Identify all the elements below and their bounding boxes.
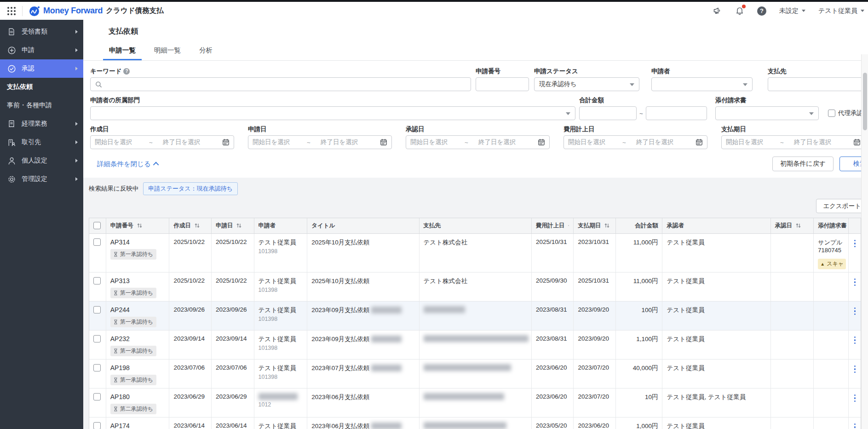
warning-icon: ▲: [820, 261, 825, 267]
row-checkbox[interactable]: [93, 306, 101, 313]
date-range-input[interactable]: 開始日を選択~終了日を選択: [90, 135, 234, 149]
sidebar-item-2[interactable]: 承認: [0, 59, 83, 78]
chevron-down-icon: [630, 83, 634, 86]
amount-range-separator: ~: [639, 106, 643, 120]
proxy-approval-checkbox[interactable]: [828, 110, 835, 117]
user-menu-value: テスト従業員: [818, 7, 857, 15]
request-number-label: 申請番号: [476, 68, 529, 75]
payee-select[interactable]: [768, 77, 868, 91]
row-checkbox[interactable]: [93, 335, 101, 342]
row-actions-kebab-icon[interactable]: [853, 393, 857, 402]
invoice-select[interactable]: [715, 106, 819, 120]
column-header-applied[interactable]: 申請日: [211, 218, 254, 233]
column-label: 申請番号: [110, 222, 133, 230]
scrollbar-thumb[interactable]: [863, 73, 867, 130]
department-select[interactable]: [90, 106, 575, 120]
date-range-input[interactable]: 開始日を選択~終了日を選択: [406, 135, 550, 149]
payee-cell: [419, 301, 531, 330]
select-all-checkbox[interactable]: [93, 222, 101, 229]
sidebar-item-1[interactable]: 申請: [0, 41, 83, 59]
sidebar-item-label: 承認: [22, 64, 34, 73]
reset-conditions-button[interactable]: 初期条件に戻す: [772, 157, 834, 171]
announcement-icon[interactable]: [713, 6, 722, 16]
calendar-icon[interactable]: [222, 139, 230, 146]
request-id[interactable]: AP313: [110, 277, 165, 284]
column-header-applicant: 申請者: [254, 218, 307, 233]
sidebar-item-7[interactable]: 個人設定: [0, 151, 83, 170]
calendar-icon[interactable]: [380, 139, 387, 146]
request-id[interactable]: AP232: [110, 335, 165, 342]
applicant-code: 1012: [259, 401, 303, 408]
column-header-approved_date[interactable]: 承認日: [770, 218, 814, 233]
app-grid-icon[interactable]: [7, 7, 16, 15]
row-actions-kebab-icon[interactable]: [853, 335, 857, 344]
office-select[interactable]: 未設定: [779, 7, 805, 15]
gear-icon: [7, 174, 16, 184]
expense-date: 2023/06/20: [531, 359, 574, 388]
row-checkbox[interactable]: [93, 393, 101, 400]
date-range-input[interactable]: 開始日を選択~終了日を選択: [563, 135, 707, 149]
request-id[interactable]: AP174: [110, 422, 165, 429]
hourglass-icon: [114, 319, 118, 325]
close-detail-conditions-link[interactable]: 詳細条件を閉じる: [97, 160, 159, 168]
request-id[interactable]: AP198: [110, 364, 165, 371]
product-name: クラウド債務支払: [106, 6, 163, 16]
row-checkbox[interactable]: [93, 422, 101, 429]
date-range-input[interactable]: 開始日を選択~終了日を選択: [248, 135, 392, 149]
sidebar-item-0[interactable]: 受領書類: [0, 23, 83, 41]
calendar-icon[interactable]: [538, 139, 545, 146]
date-range-input[interactable]: 開始日を選択~終了日を選択: [721, 135, 865, 149]
approved-date: [770, 417, 814, 429]
sidebar-item-3[interactable]: 支払依頼: [0, 78, 83, 96]
table-row-AP174: AP174第一承認待ち2023/06/142023/06/14テスト従業員101…: [89, 417, 861, 429]
calendar-icon[interactable]: [853, 139, 861, 146]
request-id[interactable]: AP180: [110, 393, 165, 400]
request-id[interactable]: AP244: [110, 306, 165, 313]
user-menu[interactable]: テスト従業員: [818, 7, 864, 15]
sidebar-item-4[interactable]: 事前・各種申請: [0, 96, 83, 115]
request-number-input[interactable]: [476, 77, 529, 91]
help-icon[interactable]: ?: [757, 6, 766, 16]
status-select[interactable]: 現在承認待ち: [534, 77, 639, 91]
row-actions-kebab-icon[interactable]: [853, 422, 857, 429]
row-actions-kebab-icon[interactable]: [853, 277, 857, 286]
notifications-bell-icon[interactable]: [735, 6, 744, 16]
brand-logo[interactable]: Money Forward クラウド債務支払: [29, 6, 164, 17]
calendar-icon[interactable]: [696, 139, 703, 146]
applicant-select[interactable]: [651, 77, 753, 91]
tab-1[interactable]: 明細一覧: [148, 42, 187, 60]
tab-2[interactable]: 分析: [193, 42, 218, 60]
row-actions-kebab-icon[interactable]: [853, 306, 857, 315]
requests-table-container: 申請番号作成日申請日申請者タイトル支払先費用計上日支払期日合計金額承認者承認日添…: [89, 218, 861, 429]
office-select-value: 未設定: [779, 7, 799, 15]
keyword-input[interactable]: [106, 81, 466, 88]
row-actions-kebab-icon[interactable]: [853, 364, 857, 373]
sort-icon: [796, 223, 801, 228]
total-amount-min-input[interactable]: [579, 106, 637, 120]
vertical-scrollbar[interactable]: [861, 54, 868, 429]
row-checkbox[interactable]: [93, 364, 101, 371]
tab-0[interactable]: 申請一覧: [103, 42, 142, 60]
attachment-file-name[interactable]: サンプル7180745: [818, 238, 844, 255]
date-filter-label: 承認日: [406, 126, 550, 133]
keyword-help-icon[interactable]: ?: [123, 68, 130, 75]
sidebar-item-label: 管理設定: [22, 175, 47, 183]
row-actions-kebab-icon[interactable]: [853, 238, 857, 248]
redacted-text: [259, 393, 298, 400]
export-button[interactable]: エクスポート: [816, 199, 868, 213]
sidebar-item-5[interactable]: 経理業務: [0, 115, 83, 133]
column-header-id[interactable]: 申請番号: [106, 218, 169, 233]
column-label: 費用計上日: [536, 222, 565, 230]
date-filter-label: 作成日: [90, 126, 234, 133]
row-checkbox[interactable]: [93, 277, 101, 284]
row-checkbox[interactable]: [93, 238, 101, 246]
request-id[interactable]: AP314: [110, 238, 165, 246]
sidebar-item-6[interactable]: 取引先: [0, 133, 83, 151]
column-header-created[interactable]: 作成日: [169, 218, 212, 233]
sidebar-item-8[interactable]: 管理設定: [0, 170, 83, 188]
total-amount: 11,000円: [615, 233, 662, 272]
column-header-expense_date[interactable]: 費用計上日: [531, 218, 574, 233]
column-header-due_date[interactable]: 支払期日: [574, 218, 616, 233]
total-amount-max-input[interactable]: [646, 106, 707, 120]
chevron-down-icon: [566, 112, 570, 115]
